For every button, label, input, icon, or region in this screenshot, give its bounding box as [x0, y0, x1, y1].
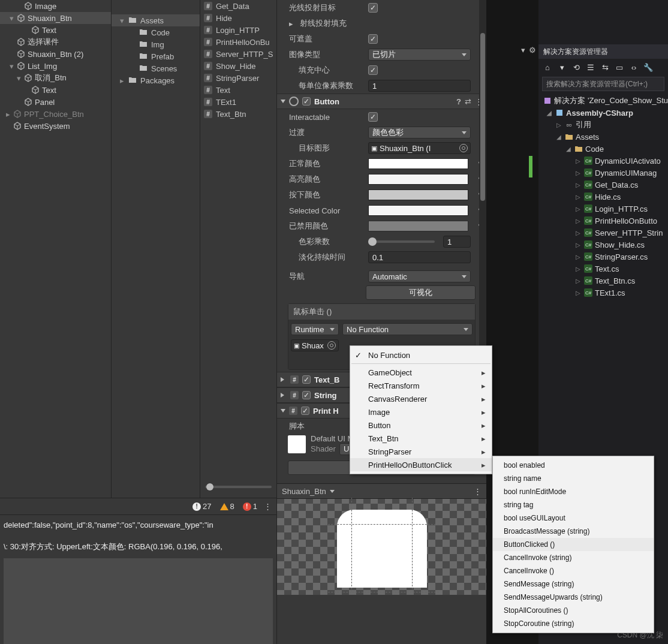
asset-item[interactable]: #Login_HTTP — [200, 24, 276, 36]
submenu-item[interactable]: bool runInEditMode — [493, 485, 654, 498]
asset-item[interactable]: #TExt1 — [200, 96, 276, 108]
hierarchy-item[interactable]: ▾取消_Btn — [0, 72, 111, 84]
submenu-item[interactable]: SendMessageUpwards (string) — [493, 591, 654, 604]
project-folder[interactable]: Prefab — [112, 50, 200, 62]
cs-file[interactable]: ▷C#Show_Hide.cs — [538, 239, 668, 251]
submenu-item[interactable]: BroadcastMessage (string) — [493, 525, 654, 538]
color-multiplier-slider[interactable] — [368, 240, 435, 243]
hierarchy-item[interactable]: Panel — [0, 96, 111, 108]
hierarchy-item[interactable]: Shuaxin_Btn (2) — [0, 48, 111, 60]
menu-item[interactable]: Text_Btn▸ — [350, 432, 492, 445]
menu-item[interactable]: StringParser▸ — [350, 445, 492, 458]
cs-file[interactable]: ▷C#DynamicUIActivato — [538, 155, 668, 167]
hierarchy-item[interactable]: Image — [0, 0, 111, 12]
asset-item[interactable]: #Text_Btn — [200, 108, 276, 120]
image-type-dropdown[interactable]: 已切片 — [368, 49, 471, 61]
expand-icon[interactable]: ▸ — [289, 19, 295, 28]
toolbar-icon[interactable]: ▭ — [613, 61, 626, 74]
hierarchy-item[interactable]: ▾Shuaxin_Btn — [0, 12, 111, 24]
asset-item[interactable]: #Hide — [200, 12, 276, 24]
wrench-icon[interactable]: 🔧 — [642, 61, 655, 74]
console-info-badge[interactable]: !27 — [189, 501, 215, 513]
cs-file[interactable]: ▷C#Text.cs — [538, 263, 668, 275]
cs-file[interactable]: ▷C#Text_Btn.cs — [538, 275, 668, 287]
fill-center-checkbox[interactable] — [368, 65, 378, 75]
cs-file[interactable]: ▷C#TExt1.cs — [538, 287, 668, 299]
console-line[interactable]: deleted":false,"point_id":8,"name":"os",… — [4, 519, 273, 532]
more-icon[interactable]: ⋮ — [474, 487, 482, 496]
project-folder[interactable]: Scenes — [112, 62, 200, 74]
highlight-color-swatch[interactable] — [368, 174, 468, 185]
raycast-target-checkbox[interactable] — [368, 3, 378, 13]
help-icon[interactable]: ? — [456, 97, 461, 106]
fade-duration-field[interactable]: 0.1 — [368, 251, 471, 263]
asset-size-slider[interactable] — [200, 481, 276, 493]
submenu-item[interactable]: string tag — [493, 498, 654, 511]
cs-file[interactable]: ▷C#Login_HTTP.cs — [538, 203, 668, 215]
hierarchy-item[interactable]: Text — [0, 84, 111, 96]
project-folder[interactable]: Code — [112, 26, 200, 38]
preset-icon[interactable]: ⇄ — [465, 97, 471, 106]
asset-item[interactable]: #Text — [200, 84, 276, 96]
button-component-header[interactable]: Button ? ⇄ ⋮ — [277, 94, 486, 109]
more-icon[interactable]: ⋮ — [262, 502, 273, 511]
menu-item[interactable]: RectTransform▸ — [350, 379, 492, 392]
hierarchy-item[interactable]: ▸PPT_Choice_Btn — [0, 108, 111, 120]
dropdown-icon[interactable]: ▾ — [521, 46, 525, 55]
asset-item[interactable]: #Get_Data — [200, 0, 276, 12]
toolbar-icon[interactable]: ‹› — [627, 61, 640, 74]
cs-file[interactable]: ▷C#DynamicUIManag — [538, 167, 668, 179]
toolbar-icon[interactable]: ☰ — [584, 61, 597, 74]
submenu-item[interactable]: ButtonClicked () — [493, 538, 654, 551]
project-folder[interactable]: ▸Packages — [112, 74, 200, 86]
submenu-item[interactable]: StopAllCoroutines () — [493, 604, 654, 617]
visualize-button[interactable]: 可视化 — [366, 285, 476, 300]
cs-file[interactable]: ▷C#StringParser.cs — [538, 251, 668, 263]
asset-item[interactable]: #Server_HTTP_S — [200, 48, 276, 60]
assembly-node[interactable]: ◢ Assembly-CSharp — [538, 107, 668, 119]
solution-node[interactable]: 解决方案 'Zero_Code_Show_Stu — [538, 95, 668, 107]
ppu-field[interactable]: 1 — [368, 80, 471, 92]
hierarchy-item[interactable]: EventSystem — [0, 120, 111, 132]
cs-file[interactable]: ▷C#Get_Data.cs — [538, 179, 668, 191]
menu-item[interactable]: PrintHelloOnButtonClick▸ — [350, 458, 492, 471]
event-object-field[interactable]: ▣Shuax — [291, 339, 339, 351]
normal-color-swatch[interactable] — [368, 158, 468, 169]
submenu-item[interactable]: string name — [493, 472, 654, 485]
references-node[interactable]: ▷ ▫▫引用 — [538, 119, 668, 131]
menu-item-no-function[interactable]: ✓ No Function — [350, 348, 492, 362]
submenu-item[interactable]: bool useGUILayout — [493, 511, 654, 525]
pressed-color-swatch[interactable] — [368, 189, 468, 200]
menu-item[interactable]: CanvasRenderer▸ — [350, 392, 492, 405]
button-enable-checkbox[interactable] — [302, 97, 311, 106]
cs-file[interactable]: ▷C#Hide.cs — [538, 191, 668, 203]
preview-header[interactable]: Shuaxin_Btn ⋮ — [277, 483, 486, 499]
asset-item[interactable]: #PrintHelloOnBu — [200, 36, 276, 48]
submenu-item[interactable]: CancelInvoke () — [493, 564, 654, 577]
submenu-item[interactable]: CancelInvoke (string) — [493, 551, 654, 564]
hierarchy-item[interactable]: 选择课件 — [0, 36, 111, 48]
project-folder[interactable]: ▾Assets — [112, 14, 200, 26]
asset-item[interactable]: #Show_Hide — [200, 60, 276, 72]
code-folder[interactable]: ◢ Code — [538, 143, 668, 155]
material-swatch[interactable] — [288, 435, 306, 453]
cs-file[interactable]: ▷C#Server_HTTP_Strin — [538, 227, 668, 239]
solution-search[interactable]: 搜索解决方案资源管理器(Ctrl+;) — [542, 77, 664, 91]
maskable-checkbox[interactable] — [368, 34, 378, 44]
sync-icon[interactable]: ⇆ — [598, 61, 612, 74]
submenu-item[interactable]: SendMessage (string) — [493, 577, 654, 591]
cs-file[interactable]: ▷C#PrintHelloOnButto — [538, 215, 668, 227]
console-error-badge[interactable]: !1 — [239, 501, 261, 513]
submenu-item[interactable]: StopCoroutine (string) — [493, 617, 654, 630]
toolbar-icon[interactable]: ⟲ — [570, 61, 583, 74]
toolbar-icon[interactable]: ▾ — [555, 61, 568, 74]
target-graphic-field[interactable]: ▣Shuaxin_Btn (I — [368, 142, 471, 154]
disabled-color-swatch[interactable] — [368, 221, 468, 231]
navigation-dropdown[interactable]: Automatic — [368, 270, 471, 282]
runtime-dropdown[interactable]: Runtime — [291, 323, 339, 335]
interactable-checkbox[interactable] — [368, 112, 378, 122]
asset-item[interactable]: #StringParser — [200, 72, 276, 84]
function-dropdown[interactable]: No Function — [342, 323, 473, 335]
home-icon[interactable]: ⌂ — [541, 61, 554, 74]
menu-item[interactable]: GameObject▸ — [350, 366, 492, 379]
